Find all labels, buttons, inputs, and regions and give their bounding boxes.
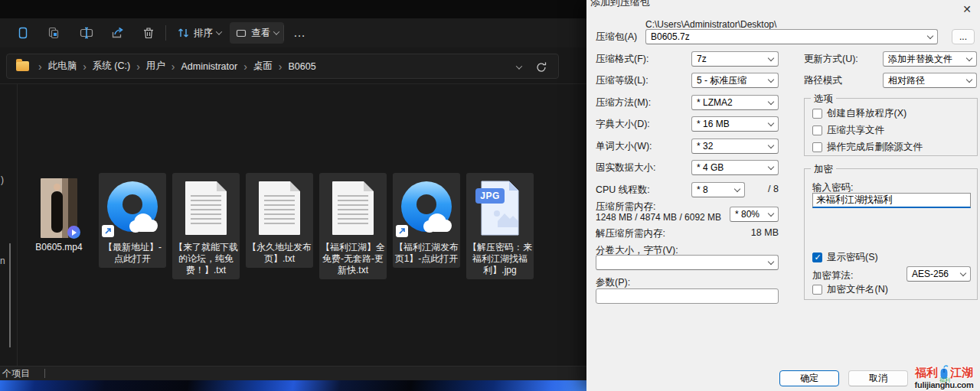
sort-icon [177, 27, 190, 39]
method-label: 压缩方法(M): [596, 96, 651, 109]
delete-icon [142, 26, 155, 40]
file-item-txt[interactable]: 【来了就能下载的论坛，纯免费！】.txt [172, 173, 240, 279]
address-dropdown-icon[interactable] [516, 63, 522, 69]
encrypt-filenames-checkbox[interactable]: 加密文件名(N) [812, 283, 888, 296]
share-icon [110, 26, 125, 40]
folder-icon [16, 61, 29, 71]
path-mode-combobox[interactable]: 相对路径 [883, 73, 977, 88]
file-name: 【永久地址发布页】.txt [247, 242, 312, 265]
password-input[interactable] [812, 193, 971, 208]
breadcrumb-separator: › [240, 60, 250, 73]
refresh-icon[interactable] [535, 61, 547, 73]
delete-after-label: 操作完成后删除源文件 [827, 141, 923, 154]
chevron-down-icon [768, 99, 774, 105]
chevron-down-icon [734, 186, 740, 192]
sort-label: 排序 [194, 27, 213, 40]
breadcrumb[interactable]: › 此电脑 › 系统 (C:) › 用户 › Administrator › 桌… [6, 54, 559, 79]
share-button[interactable] [105, 22, 130, 44]
close-icon[interactable]: ✕ [959, 2, 975, 16]
copy-button[interactable] [41, 22, 66, 44]
chevron-down-icon [768, 77, 774, 83]
checkbox-icon[interactable] [812, 285, 822, 295]
file-item-shortcut[interactable]: 【最新地址】-点此打开 [99, 173, 166, 268]
shortcut-arrow-icon [102, 225, 114, 237]
breadcrumb-item-users[interactable]: 用户 [143, 58, 168, 74]
word-size-label: 单词大小(W): [596, 140, 652, 153]
encryption-method-combobox[interactable]: AES-256 [906, 266, 971, 282]
explorer-toolbar: 排序 查看 … [0, 18, 586, 47]
checkbox-icon[interactable] [812, 125, 822, 135]
create-sfx-checkbox[interactable]: 创建自释放程序(X) [812, 107, 906, 120]
browse-button[interactable]: ... [952, 29, 975, 44]
format-combobox[interactable]: 7z [691, 51, 779, 67]
nav-pane-divider [17, 84, 18, 366]
delete-after-checkbox[interactable]: 操作完成后删除源文件 [812, 141, 923, 154]
checkbox-checked-icon[interactable] [812, 253, 822, 262]
paste-button[interactable] [11, 22, 35, 44]
decompress-memory-label: 解压缩所需内存: [596, 227, 665, 240]
encryption-method-label: 加密算法: [812, 269, 853, 282]
view-icon [235, 28, 247, 39]
file-item-txt[interactable]: 【福利江湖】全免费-无套路-更新快.txt [319, 173, 387, 279]
breadcrumb-item-drive-c[interactable]: 系统 (C:) [90, 58, 133, 74]
word-size-combobox[interactable]: * 32 [691, 138, 779, 154]
chevron-down-icon [768, 120, 774, 126]
text-file-icon [332, 181, 374, 235]
cpu-threads-max: / 8 [748, 184, 779, 194]
view-button[interactable]: 查看 [230, 22, 284, 44]
file-list-area[interactable]: ) n B0605.mp4 【最新地址】 [0, 84, 586, 366]
chevron-down-icon [966, 77, 972, 83]
cancel-button[interactable]: 取消 [848, 370, 908, 386]
breadcrumb-item-b0605[interactable]: B0605 [285, 60, 318, 73]
compress-shared-checkbox[interactable]: 压缩共享文件 [812, 124, 884, 137]
solid-block-combobox[interactable]: * 4 GB [691, 160, 779, 175]
checkbox-icon[interactable] [812, 142, 822, 152]
method-value: * LZMA2 [697, 97, 733, 108]
file-item-txt[interactable]: 【永久地址发布页】.txt [246, 173, 313, 268]
file-name: 【来了就能下载的论坛，纯免费！】.txt [174, 242, 238, 276]
ok-button[interactable]: 确定 [779, 370, 839, 386]
update-mode-combobox[interactable]: 添加并替换文件 [883, 51, 977, 67]
breadcrumb-item-desktop[interactable]: 桌面 [250, 58, 276, 74]
level-combobox[interactable]: 5 - 标准压缩 [691, 73, 779, 88]
breadcrumb-item-administrator[interactable]: Administrator [178, 60, 241, 73]
format-label: 压缩格式(F): [596, 53, 648, 66]
compress-shared-label: 压缩共享文件 [827, 124, 884, 137]
rename-icon [79, 26, 94, 40]
text-file-icon [259, 181, 300, 235]
status-divider [44, 369, 45, 378]
file-item-shortcut[interactable]: 【福利江湖发布页1】-点此打开 [393, 173, 460, 268]
encryption-groupbox: 加密 输入密码: 显示密码(S) 加密算法: AES-256 加密文件名(N) [804, 168, 978, 300]
desktop-wallpaper [0, 380, 586, 391]
breadcrumb-separator: › [35, 60, 45, 73]
nav-scrollbar[interactable] [9, 243, 11, 347]
nav-fragment: ) [1, 174, 4, 185]
update-mode-label: 更新方式(U): [804, 53, 858, 66]
memory-percent-combobox[interactable]: * 80% [730, 207, 779, 222]
delete-button[interactable] [136, 22, 161, 44]
archive-name-combobox[interactable]: B0605.7z [645, 29, 938, 44]
file-item-jpg[interactable]: JPG 【解压密码：来福利江湖找福利】.jpg [466, 173, 534, 279]
solid-block-label: 固实数据大小: [596, 161, 655, 174]
dictionary-combobox[interactable]: * 16 MB [691, 116, 779, 132]
encryption-method-value: AES-256 [912, 269, 949, 279]
sort-button[interactable]: 排序 [172, 22, 227, 44]
parameters-input[interactable] [596, 288, 779, 304]
options-legend: 选项 [811, 93, 836, 106]
chevron-down-icon [960, 270, 966, 276]
checkbox-icon[interactable] [812, 109, 822, 119]
volume-size-combobox[interactable] [596, 255, 779, 270]
copy-icon [47, 26, 60, 40]
method-combobox[interactable]: * LZMA2 [691, 95, 779, 110]
file-item-video[interactable]: B0605.mp4 [25, 173, 93, 256]
explorer-titlebar [0, 0, 586, 18]
rename-button[interactable] [74, 22, 100, 44]
breadcrumb-item-this-pc[interactable]: 此电脑 [45, 58, 80, 74]
add-to-archive-dialog: 添加到压缩包 ✕ 压缩包(A) C:\Users\Administrator\D… [586, 0, 980, 391]
show-password-checkbox[interactable]: 显示密码(S) [812, 251, 878, 264]
text-file-icon [185, 181, 227, 235]
level-label: 压缩等级(L): [596, 74, 648, 87]
more-options-button[interactable]: … [288, 22, 312, 44]
cpu-threads-combobox[interactable]: * 8 [691, 182, 745, 197]
archive-dir-path: C:\Users\Administrator\Desktop\ [645, 19, 776, 30]
